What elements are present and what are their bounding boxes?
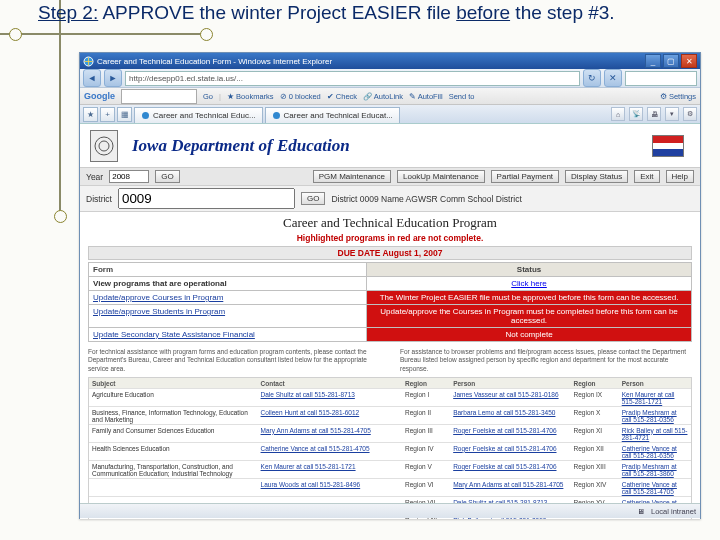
contact-link[interactable]: Roger Foelske at call 515-281-4706: [453, 427, 556, 434]
home-icon[interactable]: ⌂: [611, 107, 625, 121]
forward-button[interactable]: ►: [104, 69, 122, 87]
maximize-button[interactable]: ▢: [663, 54, 679, 68]
url-field[interactable]: http://desepp01.ed.state.ia.us/...: [125, 71, 580, 86]
contact-link[interactable]: Catherine Vance at call 515-281-6356: [622, 445, 677, 459]
google-toolbar: Google Go | ★ Bookmarks ⊘ 0 blocked ✔ Ch…: [80, 88, 700, 105]
help-text-right: For assistance to browser problems and f…: [400, 348, 692, 373]
control-row-1: Year GO PGM Maintenance LookUp Maintenan…: [80, 168, 700, 186]
form-row-status: Click here: [367, 277, 691, 290]
contact-row: Manufacturing, Transportation, Construct…: [89, 460, 691, 478]
form-row-name: Update/approve Courses in Program: [89, 291, 367, 304]
back-button[interactable]: ◄: [83, 69, 101, 87]
feeds-icon[interactable]: 📡: [629, 107, 643, 121]
ie-icon: [83, 56, 94, 67]
due-date-banner: DUE DATE August 1, 2007: [88, 246, 692, 260]
lookup-maintenance-button[interactable]: LookUp Maintenance: [397, 170, 485, 183]
contact-link[interactable]: Mary Ann Adams at call 515-281-4705: [261, 427, 371, 434]
state-seal-icon: [90, 130, 118, 162]
warning-text: Highlighted programs in red are not comp…: [80, 232, 700, 244]
decor-circle: [9, 28, 22, 41]
contact-link[interactable]: Rick Bailey at call 515-281-4721: [622, 427, 688, 441]
form-row-name: View programs that are operational: [89, 277, 367, 290]
exit-button[interactable]: Exit: [634, 170, 659, 183]
add-favorite-icon[interactable]: +: [100, 107, 115, 122]
form-row-status-red: Not complete: [367, 328, 691, 341]
window-title: Career and Technical Education Form - Wi…: [97, 57, 332, 66]
click-here-link[interactable]: Click here: [511, 279, 547, 288]
contact-link[interactable]: Catherine Vance at call 515-281-4705: [261, 445, 370, 452]
update-financial-link[interactable]: Update Secondary State Assistance Financ…: [93, 330, 255, 339]
contact-link[interactable]: Barbara Lemo at call 515-281-3450: [453, 409, 555, 416]
form-row-name: Update/approve Students in Program: [89, 305, 367, 327]
spell-check-button[interactable]: ✔ Check: [327, 92, 357, 101]
display-status-button[interactable]: Display Status: [565, 170, 628, 183]
tab-icon: [272, 111, 281, 120]
settings-button[interactable]: ⚙ Settings: [660, 92, 696, 101]
form-row-name: Update Secondary State Assistance Financ…: [89, 328, 367, 341]
contact-link[interactable]: Catherine Vance at call 515-281-4705: [622, 481, 677, 495]
help-text: For technical assistance with program fo…: [88, 348, 692, 373]
control-row-2: District GO District 0009 Name AGWSR Com…: [80, 186, 700, 212]
contact-link[interactable]: Dale Shultz at call 515-281-8713: [261, 391, 355, 398]
col-status-header: Status: [367, 263, 691, 276]
tab-bar: ★ + ▦ Career and Technical Educ... Caree…: [80, 105, 700, 124]
contact-row: Laura Woods at call 515-281-8496Region V…: [89, 478, 691, 496]
contact-link[interactable]: Mary Ann Adams at call 515-281-4705: [453, 481, 563, 488]
browser-window: Career and Technical Education Form - Wi…: [79, 52, 701, 519]
contact-link[interactable]: Pradip Meshram at call 515-281-0356: [622, 409, 677, 423]
search-input[interactable]: [625, 71, 697, 86]
contact-link[interactable]: Pradip Meshram at call 515-281-3860: [622, 463, 677, 477]
decor-circle: [54, 210, 67, 223]
decor-ruler-left: [59, 0, 61, 220]
go-button[interactable]: GO: [155, 170, 179, 183]
col-form-header: Form: [89, 263, 367, 276]
quick-tabs-icon[interactable]: ▦: [117, 107, 132, 122]
program-heading: Career and Technical Education Program: [80, 212, 700, 232]
google-logo: Google: [84, 91, 115, 101]
title-bar: Career and Technical Education Form - Wi…: [80, 53, 700, 69]
browser-tab-2[interactable]: Career and Technical Educat...: [265, 107, 400, 123]
svg-point-1: [142, 112, 149, 119]
contact-link[interactable]: Ken Maurer at call 515-281-1721: [261, 463, 356, 470]
pgm-maintenance-button[interactable]: PGM Maintenance: [313, 170, 391, 183]
autofill-button[interactable]: ✎ AutoFill: [409, 92, 443, 101]
stop-button[interactable]: ✕: [604, 69, 622, 87]
bookmarks-button[interactable]: ★ Bookmarks: [227, 92, 274, 101]
year-input[interactable]: [109, 170, 149, 183]
page-content: Iowa Department of Education Year GO PGM…: [80, 124, 700, 519]
help-button[interactable]: Help: [666, 170, 694, 183]
minimize-button[interactable]: _: [645, 54, 661, 68]
popup-blocked-button[interactable]: ⊘ 0 blocked: [280, 92, 321, 101]
browser-tab-1[interactable]: Career and Technical Educ...: [134, 107, 263, 123]
district-description: District 0009 Name AGWSR Comm School Dis…: [331, 194, 521, 204]
svg-point-2: [273, 112, 280, 119]
tools-menu-icon[interactable]: ⚙: [683, 107, 697, 121]
google-go-button[interactable]: Go: [203, 92, 213, 101]
autolink-button[interactable]: 🔗 AutoLink: [363, 92, 403, 101]
contact-link[interactable]: Ken Maurer at call 515-281-1721: [622, 391, 675, 405]
favorites-icon[interactable]: ★: [83, 107, 98, 122]
update-students-link[interactable]: Update/approve Students in Program: [93, 307, 225, 316]
district-input[interactable]: [118, 188, 295, 209]
forms-table: Form Status View programs that are opera…: [88, 262, 692, 342]
contact-row: Family and Consumer Sciences EducationMa…: [89, 424, 691, 442]
decor-ruler-top: [0, 33, 210, 35]
status-bar: 🖥 Local intranet: [80, 503, 700, 518]
page-menu-icon[interactable]: ▾: [665, 107, 679, 121]
refresh-button[interactable]: ↻: [583, 69, 601, 87]
contact-link[interactable]: Roger Foelske at call 515-281-4706: [453, 445, 556, 452]
contact-link[interactable]: Roger Foelske at call 515-281-4706: [453, 463, 556, 470]
partial-payment-button[interactable]: Partial Payment: [491, 170, 559, 183]
send-to-button[interactable]: Send to: [449, 92, 475, 101]
address-bar: ◄ ► http://desepp01.ed.state.ia.us/... ↻…: [80, 69, 700, 88]
contact-link[interactable]: James Vasseur at call 515-281-0186: [453, 391, 558, 398]
google-search-input[interactable]: [121, 89, 197, 104]
update-courses-link[interactable]: Update/approve Courses in Program: [93, 293, 223, 302]
contact-link[interactable]: Colleen Hunt at call 515-281-6012: [261, 409, 360, 416]
go-button-2[interactable]: GO: [301, 192, 325, 205]
tab-icon: [141, 111, 150, 120]
decor-circle: [200, 28, 213, 41]
print-icon[interactable]: 🖶: [647, 107, 661, 121]
close-button[interactable]: ✕: [681, 54, 697, 68]
contact-link[interactable]: Laura Woods at call 515-281-8496: [261, 481, 361, 488]
